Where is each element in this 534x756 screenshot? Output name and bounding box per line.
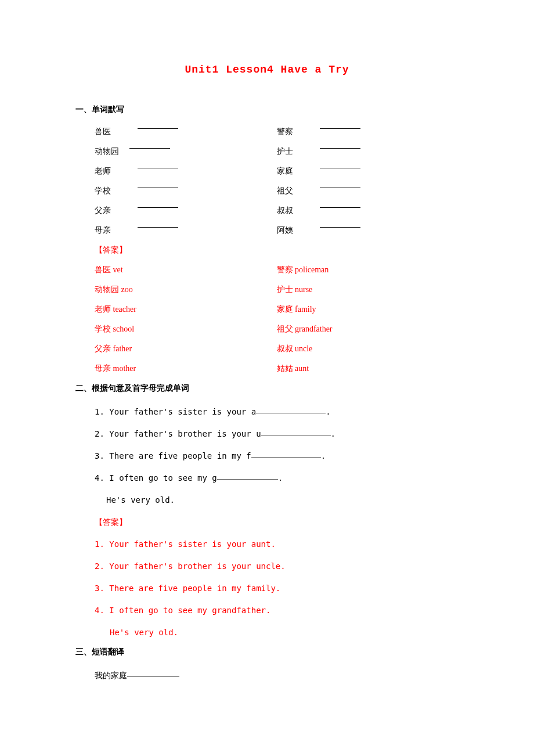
fill-blank[interactable]	[261, 429, 331, 435]
vocab-item: 动物园	[95, 142, 277, 161]
answer-item: 家庭 family	[277, 300, 459, 319]
vocab-blanks: 兽医 动物园 老师 学校 父亲 母亲 警察 护士 家庭 祖父 叔叔 阿姨	[95, 122, 459, 240]
question-line: 4. I often go to see my g.	[95, 467, 459, 489]
answer-item: 母亲 mother	[95, 359, 277, 379]
fill-blank[interactable]	[320, 141, 360, 149]
question-line: 3. There are five people in my f.	[95, 445, 459, 467]
fill-blank[interactable]	[320, 180, 360, 188]
phrase-line: 我的家庭	[95, 664, 459, 686]
fill-blank[interactable]	[138, 219, 178, 228]
answer-item: 祖父 grandfather	[277, 319, 459, 339]
answer-line: 1. Your father's sister is your aunt.	[95, 533, 459, 555]
vocab-answers: 兽医 vet 动物园 zoo 老师 teacher 学校 school 父亲 f…	[95, 260, 459, 379]
section3-header: 三、短语翻译	[75, 647, 459, 657]
page-title: Unit1 Lesson4 Have a Try	[75, 64, 459, 75]
answer-sub: He's very old.	[95, 621, 459, 643]
fill-blank[interactable]	[320, 121, 360, 129]
vocab-item: 警察	[277, 122, 459, 142]
question-sub: He's very old.	[95, 489, 459, 511]
fill-blank[interactable]	[320, 160, 360, 168]
answer-item: 兽医 vet	[95, 260, 277, 280]
fill-blank[interactable]	[127, 670, 179, 677]
answer-item: 老师 teacher	[95, 300, 277, 319]
fill-blank[interactable]	[256, 406, 326, 413]
fill-blank[interactable]	[251, 451, 321, 458]
vocab-item: 家庭	[277, 161, 459, 181]
answer-item: 叔叔 uncle	[277, 339, 459, 359]
answer-label: 【答案】	[95, 240, 459, 260]
section2-header: 二、根据句意及首字母完成单词	[75, 383, 459, 394]
question-line: 2. Your father's brother is your u.	[95, 423, 459, 445]
vocab-item: 母亲	[95, 221, 277, 240]
vocab-item: 老师	[95, 161, 277, 181]
vocab-item: 阿姨	[277, 221, 459, 240]
vocab-item: 父亲	[95, 201, 277, 221]
answer-item: 父亲 father	[95, 339, 277, 359]
vocab-item: 兽医	[95, 122, 277, 142]
fill-blank[interactable]	[320, 200, 360, 208]
fill-blank[interactable]	[138, 160, 178, 168]
vocab-item: 祖父	[277, 181, 459, 201]
fill-blank[interactable]	[129, 141, 170, 149]
fill-blank[interactable]	[138, 180, 178, 188]
fill-blank[interactable]	[320, 219, 360, 228]
fill-blank[interactable]	[217, 473, 278, 480]
answer-item: 姑姑 aunt	[277, 359, 459, 379]
answer-item: 动物园 zoo	[95, 280, 277, 300]
fill-blank[interactable]	[138, 200, 178, 208]
answer-item: 护士 nurse	[277, 280, 459, 300]
answer-label: 【答案】	[95, 511, 459, 533]
answer-line: 2. Your father's brother is your uncle.	[95, 555, 459, 577]
answer-item: 学校 school	[95, 319, 277, 339]
vocab-item: 学校	[95, 181, 277, 201]
answer-item: 警察 policeman	[277, 260, 459, 280]
vocab-item: 护士	[277, 142, 459, 161]
vocab-item: 叔叔	[277, 201, 459, 221]
fill-blank[interactable]	[138, 121, 178, 129]
question-line: 1. Your father's sister is your a.	[95, 401, 459, 423]
section1-header: 一、单词默写	[75, 105, 459, 115]
answer-line: 3. There are five people in my family.	[95, 577, 459, 599]
answer-line: 4. I often go to see my grandfather.	[95, 599, 459, 621]
